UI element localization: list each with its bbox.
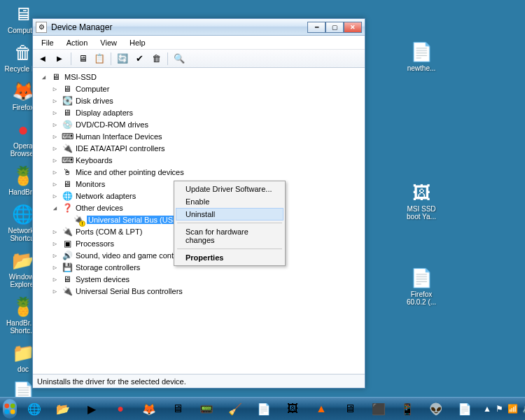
desktop-icon-label: doc <box>18 365 29 373</box>
tree-item[interactable]: ▷🔌Universal Serial Bus controllers <box>34 285 363 297</box>
device-icon: 🖱 <box>62 167 73 178</box>
tree-item[interactable]: ▷💿DVD/CD-ROM drives <box>34 118 363 130</box>
tray-network-icon[interactable]: 📶 <box>507 404 518 414</box>
windows-logo-icon <box>3 402 17 416</box>
expand-placeholder <box>62 216 70 223</box>
expand-icon[interactable]: ▷ <box>51 168 59 176</box>
enable-button[interactable]: ✔ <box>132 52 146 66</box>
tree-item[interactable]: ▷🖥Display adapters <box>34 106 363 118</box>
expand-icon[interactable]: ▷ <box>51 108 59 116</box>
close-button[interactable]: ✕ <box>344 22 362 33</box>
expand-icon[interactable]: ▷ <box>51 239 59 247</box>
collapse-icon[interactable]: ◢ <box>40 73 48 80</box>
minimize-button[interactable]: ━ <box>307 22 326 33</box>
taskbar-app[interactable]: 🖥 <box>164 400 192 418</box>
device-icon: 🖥 <box>62 178 73 190</box>
device-icon: 🔌 <box>62 226 73 237</box>
menu-action[interactable]: Action <box>61 37 94 48</box>
tree-label: Ports (COM & LPT) <box>76 227 142 236</box>
properties-button[interactable]: 📋 <box>92 52 106 66</box>
expand-icon[interactable]: ▷ <box>51 192 59 200</box>
desktop-icon-firefox-installer[interactable]: 📄 Firefox 60.0.2 (... <box>400 265 442 307</box>
tree-label: Storage controllers <box>76 263 140 272</box>
taskbar-vlc[interactable]: ▲ <box>307 400 335 418</box>
taskbar-ie[interactable]: 🌐 <box>20 400 48 418</box>
context-menu-update-driver[interactable]: Update Driver Software... <box>176 183 284 195</box>
update-driver-button[interactable]: 🔄 <box>115 52 130 66</box>
context-menu-properties[interactable]: Properties <box>176 251 284 264</box>
expand-icon[interactable]: ▷ <box>51 227 59 235</box>
expand-icon[interactable]: ▷ <box>51 287 59 295</box>
file-icon: 📄 <box>409 267 434 289</box>
taskbar-explorer[interactable]: 📂 <box>49 400 77 418</box>
tree-label: Mice and other pointing devices <box>76 168 184 176</box>
uninstall-button[interactable]: 🗑 <box>149 52 163 66</box>
context-menu-separator <box>177 248 282 249</box>
maximize-button[interactable]: ▢ <box>326 22 344 33</box>
taskbar-app[interactable]: 📄 <box>451 400 479 418</box>
tree-item[interactable]: ▷💽Disk drives <box>34 94 363 106</box>
desktop-icon-label: MSI SSD boot Ya... <box>402 205 441 220</box>
computer-icon: 🖥 <box>50 71 62 83</box>
taskbar-app[interactable]: 👽 <box>422 400 450 418</box>
window-title: Device Manager <box>51 22 303 32</box>
taskbar-wmp[interactable]: ▶ <box>78 400 106 418</box>
tree-label: Monitors <box>76 180 105 188</box>
tray-flag-icon[interactable]: ⚑ <box>496 404 503 414</box>
taskbar-app[interactable]: ⬛ <box>365 400 393 418</box>
menu-view[interactable]: View <box>94 37 122 48</box>
tree-root[interactable]: ◢ 🖥 MSI-SSD <box>34 71 363 83</box>
desktop-icon-newtheme[interactable]: 📄 newthe... <box>406 39 438 74</box>
taskbar-app[interactable]: 🖼 <box>279 400 307 418</box>
start-button[interactable] <box>3 399 17 419</box>
expand-icon[interactable]: ▷ <box>51 132 59 140</box>
taskbar-app[interactable]: 📱 <box>393 400 421 418</box>
expand-icon[interactable]: ▷ <box>51 275 59 283</box>
taskbar-firefox[interactable]: 🦊 <box>135 400 163 418</box>
tray-volume-icon[interactable]: 🔊 <box>522 404 525 414</box>
taskbar-ccleaner[interactable]: 🧹 <box>221 400 249 418</box>
expand-icon[interactable]: ▷ <box>51 180 59 188</box>
context-menu-enable[interactable]: Enable <box>176 195 284 208</box>
image-file-icon: 🖼 <box>409 181 434 204</box>
collapse-icon[interactable]: ◢ <box>51 204 59 211</box>
system-tray: ▲ ⚑ 📶 🔊 2:12 PM 6/20/2018 <box>480 398 525 420</box>
device-icon: 💿 <box>62 119 73 130</box>
context-menu-scan[interactable]: Scan for hardware changes <box>176 225 284 246</box>
desktop-icon-label: Firefox <box>13 104 34 111</box>
tree-item[interactable]: ▷⌨Human Interface Devices <box>34 130 363 142</box>
tree-item[interactable]: ▷🔌IDE ATA/ATAPI controllers <box>34 142 363 154</box>
expand-icon[interactable]: ▷ <box>51 144 59 152</box>
titlebar[interactable]: ⚙ Device Manager ━ ▢ ✕ <box>33 19 365 36</box>
expand-icon[interactable]: ▷ <box>51 156 59 164</box>
warning-device-icon: ❓ <box>62 202 73 214</box>
tree-item[interactable]: ▷⌨Keyboards <box>34 154 363 166</box>
taskbar-app[interactable]: 📄 <box>250 400 278 418</box>
expand-icon[interactable]: ▷ <box>51 263 59 271</box>
tree-label: Processors <box>76 239 114 248</box>
expand-icon[interactable]: ▷ <box>51 120 59 128</box>
context-menu-uninstall[interactable]: Uninstall <box>176 208 284 220</box>
device-icon: ⌨ <box>62 131 73 142</box>
scan-hardware-button[interactable]: 🔍 <box>172 52 186 66</box>
expand-icon[interactable]: ▷ <box>51 85 59 92</box>
tray-chevron-icon[interactable]: ▲ <box>483 404 491 414</box>
taskbar-app[interactable]: 🖥 <box>336 400 364 418</box>
tree-item[interactable]: ▷🖥Computer <box>34 83 363 94</box>
expand-icon[interactable]: ▷ <box>51 251 59 259</box>
expand-icon[interactable]: ▷ <box>51 97 59 104</box>
tree-item[interactable]: ▷🖥System devices <box>34 273 363 285</box>
status-text: Uninstalls the driver for the selected d… <box>37 377 186 386</box>
menu-help[interactable]: Help <box>124 37 151 48</box>
tree-item[interactable]: ▷🖱Mice and other pointing devices <box>34 166 363 178</box>
menu-file[interactable]: File <box>36 37 59 48</box>
taskbar-app[interactable]: 📟 <box>192 400 220 418</box>
taskbar-opera[interactable]: ● <box>106 400 134 418</box>
desktop-icon-msi-ssd[interactable]: 🖼 MSI SSD boot Ya... <box>400 180 442 222</box>
forward-button[interactable]: ► <box>52 52 66 66</box>
app-icon: ⚙ <box>36 22 47 33</box>
statusbar: Uninstalls the driver for the selected d… <box>33 374 365 388</box>
desktop-icons-right: 📄 newthe... 🖼 MSI SSD boot Ya... 📄 Firef… <box>393 39 449 307</box>
show-devices-button[interactable]: 🖥 <box>76 52 90 66</box>
back-button[interactable]: ◄ <box>36 52 50 66</box>
